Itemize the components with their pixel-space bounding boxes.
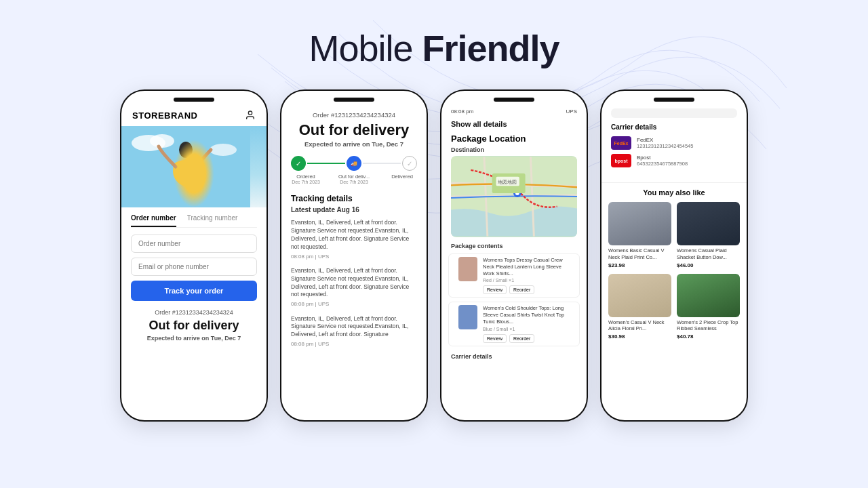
phone2-status: Out for delivery <box>281 120 427 140</box>
bpost-logo: bpost <box>611 154 631 167</box>
show-all-details[interactable]: Show all details <box>441 117 587 134</box>
product-2: Womens Casual Plaid Shacket Button Dow..… <box>677 202 740 268</box>
reorder-btn-1[interactable]: Reorder <box>509 285 534 294</box>
svg-text:地図地図: 地図地図 <box>497 180 517 184</box>
label-delivered: Delivered <box>382 174 422 184</box>
label-out-delivery: Out for deliv... Dec 7th 2023 <box>334 174 374 184</box>
review-btn-1[interactable]: Review <box>483 285 507 294</box>
product-1: Womens Basic Casual V Neck Plaid Print C… <box>608 202 671 268</box>
page-header: Mobile Friendly <box>309 0 559 89</box>
track-order-button[interactable]: Track your order <box>131 281 257 301</box>
phone-3-screen: 08:08 pm UPS Show all details Package Lo… <box>441 91 587 360</box>
bpost-info: Bpost 645322354675887908 <box>637 155 688 167</box>
phone2-order-num: Order #12312334234234324 <box>281 106 427 120</box>
item-1-image <box>458 257 477 281</box>
arrival-info: Expected to arrive on Tue, Dec 7 <box>131 335 257 342</box>
progress-bar: ✓ 🚚 ✓ <box>281 156 427 171</box>
you-may-like-title: You may also like <box>601 188 747 197</box>
progress-line-1 <box>307 163 345 164</box>
phone-2: Order #12312334234234324 Out for deliver… <box>280 89 428 422</box>
user-icon <box>245 110 256 121</box>
product-3: Women's Casual V Neck Alicia Floral Pri.… <box>608 274 671 340</box>
fedex-info: FedEX 12312312312342454545 <box>637 137 693 149</box>
package-contents-title: Package contents <box>441 243 587 253</box>
product-2-image <box>677 202 740 245</box>
page-title: Mobile Friendly <box>309 27 559 69</box>
svg-point-5 <box>179 142 193 158</box>
progress-labels: Ordered Dec 7th 2023 Out for deliv... De… <box>281 174 427 184</box>
phone-2-screen: Order #12312334234234324 Out for deliver… <box>281 91 427 348</box>
status-bar: 08:08 pm UPS <box>441 106 587 117</box>
progress-line-2 <box>363 163 401 164</box>
phone-4-screen: Carrier details FedEx FedEX 123123123123… <box>601 91 747 340</box>
order-number-display: Order #12312334234234324 <box>131 309 257 316</box>
tracking-event-2: Evanston, IL, Delivered, Left at front d… <box>291 267 417 308</box>
destination-label: Destination <box>441 146 587 156</box>
phone-3: 08:08 pm UPS Show all details Package Lo… <box>440 89 588 422</box>
step-delivered: ✓ <box>402 156 417 171</box>
phone-1-body: Order number Tracking number Track your … <box>121 207 267 348</box>
carrier-details-section: Carrier details FedEx FedEX 123123123123… <box>601 123 747 177</box>
contact-input[interactable] <box>131 258 257 276</box>
products-grid: Womens Basic Casual V Neck Plaid Print C… <box>601 202 747 340</box>
step-ordered: ✓ <box>291 156 306 171</box>
product-4: Women's 2 Piece Crop Top Ribbed Seamless… <box>677 274 740 340</box>
item-1-info: Womens Tops Dressy Casual Crew Neck Plea… <box>483 257 570 294</box>
order-number-input[interactable] <box>131 235 257 253</box>
package-location-title: Package Location <box>441 134 587 146</box>
label-ordered: Ordered Dec 7th 2023 <box>285 174 326 184</box>
item-1-actions: Review Reorder <box>483 285 570 294</box>
svg-point-3 <box>150 134 174 148</box>
item-2-actions: Review Reorder <box>483 334 570 343</box>
svg-point-4 <box>210 144 237 156</box>
brand-name: STOREBRAND <box>132 110 198 121</box>
delivery-status: Out for delivery <box>131 319 257 333</box>
phone4-topbar <box>611 108 737 118</box>
carrier-details-label: Carrier details <box>441 350 587 360</box>
tab-order-number[interactable]: Order number <box>131 214 176 227</box>
section-divider <box>601 182 747 183</box>
item-2-image <box>458 305 477 329</box>
product-4-image <box>677 274 740 317</box>
hero-image <box>121 126 267 207</box>
carrier-bpost: bpost Bpost 645322354675887908 <box>611 154 737 167</box>
phone2-arrive: Expected to arrive on Tue, Dec 7 <box>281 140 427 148</box>
map-view: 地図地図 <box>451 156 577 237</box>
review-btn-2[interactable]: Review <box>483 334 507 343</box>
tracking-event-1: Evanston, IL, Delivered, Left at front d… <box>291 219 417 260</box>
phone-1-header: STOREBRAND <box>121 106 267 126</box>
tracking-section: Tracking details Latest update Aug 16 Ev… <box>281 194 427 348</box>
fedex-logo: FedEx <box>611 136 631 150</box>
package-item-2: Women's Cold Shoulder Tops: Long Sleeve … <box>448 302 580 346</box>
carrier-fedex: FedEx FedEX 12312312312342454545 <box>611 136 737 150</box>
tab-tracking-number[interactable]: Tracking number <box>187 214 238 227</box>
phone-4: Carrier details FedEx FedEX 123123123123… <box>600 89 748 422</box>
package-item-1: Womens Tops Dressy Casual Crew Neck Plea… <box>448 253 580 298</box>
tracking-event-3: Evanston, IL, Delivered, Left at front d… <box>291 315 417 348</box>
phones-showcase: STOREBRAND <box>106 89 762 422</box>
product-1-image <box>608 202 671 245</box>
step-out-delivery: 🚚 <box>347 156 361 171</box>
reorder-btn-2[interactable]: Reorder <box>509 334 534 343</box>
product-3-image <box>608 274 671 317</box>
tracking-tabs: Order number Tracking number <box>131 214 257 228</box>
phone-1: STOREBRAND <box>120 89 268 422</box>
svg-point-0 <box>248 111 252 115</box>
item-2-info: Women's Cold Shoulder Tops: Long Sleeve … <box>483 305 570 342</box>
phone-1-screen: STOREBRAND <box>121 91 267 348</box>
